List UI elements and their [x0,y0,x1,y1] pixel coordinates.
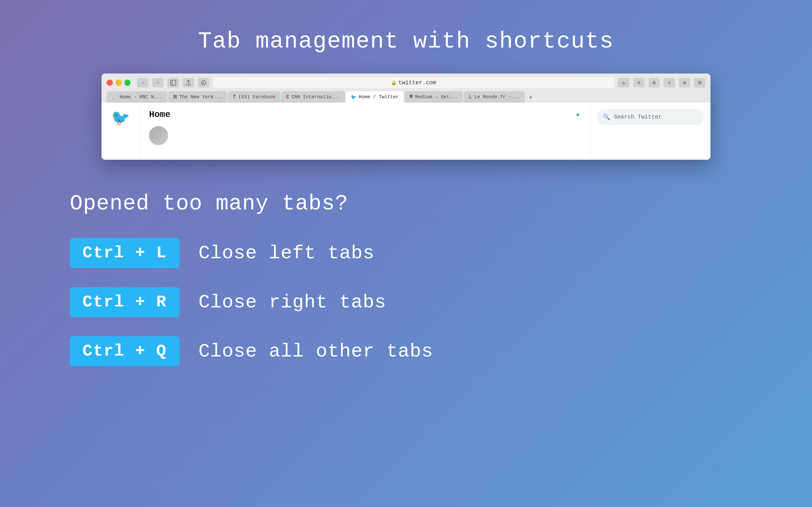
bbc-favicon-icon: 📰 [112,95,117,100]
tab-facebook-label: (63) Facebook [239,95,275,100]
traffic-light-close[interactable] [107,79,113,86]
search-icon: 🔍 [603,113,610,120]
settings-button[interactable]: ⚙ [679,78,690,88]
kbd-ctrl-l: Ctrl + L [70,238,180,268]
extensions-button[interactable]: ⧉ [694,78,705,88]
browser-window: ‹ › ⊞ [101,73,711,160]
nyt-favicon-icon: 𝔑 [173,94,177,100]
tab-nyt[interactable]: 𝔑 The New York... [168,91,227,103]
twitter-sidebar: 🐦 [101,103,140,160]
cnn-favicon-icon: C [287,95,289,100]
shortcut-row-ctrl-l: Ctrl + L Close left tabs [70,238,812,268]
shortcut-ctrl-q-desc: Close all other tabs [199,341,433,362]
tab-lemonde-label: Le Monde.fr -... [474,95,520,100]
twitter-avatar [149,126,168,145]
font-decrease-button[interactable]: A [633,78,645,88]
shortcut-row-ctrl-r: Ctrl + R Close right tabs [70,287,812,317]
tab-cnn[interactable]: C CNN Internatio... [281,91,345,103]
traffic-light-maximize[interactable] [124,79,131,86]
browser-toolbar: ‹ › ⊞ [101,73,711,103]
page-title: Tab management with shortcuts [198,29,614,55]
twitter-home-header: Home ✦ [149,109,580,120]
facebook-favicon-icon: f [233,94,236,100]
lock-icon: 🔒 [391,80,397,86]
svg-rect-0 [171,80,176,85]
tab-overview-button[interactable]: ⊞ [198,78,209,88]
kbd-ctrl-r: Ctrl + R [70,287,180,317]
svg-text:⊞: ⊞ [202,81,204,85]
shortcut-ctrl-l-desc: Close left tabs [199,242,374,264]
tab-medium-label: Medium – Get... [415,95,458,100]
tab-medium[interactable]: M Medium – Get... [404,91,463,103]
address-bar[interactable]: 🔒 twitter.com [213,77,614,88]
tab-bbc[interactable]: 📰 Home - BBC N... [107,91,167,103]
tab-lemonde[interactable]: L Le Monde.fr -... [464,91,525,103]
tab-cnn-label: CNN Internatio... [292,95,340,100]
back-button[interactable]: ‹ [137,78,148,88]
tab-nyt-label: The New York... [179,95,222,100]
downloads-button[interactable]: ⬇ [664,78,675,88]
medium-favicon-icon: M [409,94,413,100]
shortcut-row-ctrl-q: Ctrl + Q Close all other tabs [70,336,812,366]
tab-twitter-label: Home / Twitter [359,95,399,100]
reload-button[interactable]: ↻ [618,78,629,88]
twitter-logo-icon: 🐦 [111,109,130,127]
search-twitter-placeholder: Search Twitter [614,114,662,120]
forward-button[interactable]: › [152,78,164,88]
browser-content: 🐦 Home ✦ 🔍 Search Twitter [101,103,711,160]
bottom-section: Opened too many tabs? Ctrl + L Close lef… [0,191,812,366]
lemonde-favicon-icon: L [469,94,472,100]
twitter-right-panel: 🔍 Search Twitter [590,103,711,160]
subtitle-text: Opened too many tabs? [70,191,812,216]
shortcuts-list: Ctrl + L Close left tabs Ctrl + R Close … [70,238,812,366]
font-increase-button[interactable]: A [648,78,660,88]
twitter-content-row [149,126,580,145]
twitter-search-box[interactable]: 🔍 Search Twitter [597,109,704,125]
share-button[interactable] [183,78,194,88]
address-text: twitter.com [398,79,436,86]
browser-controls-row: ‹ › ⊞ [107,77,705,88]
twitter-home-title: Home [149,110,170,119]
traffic-light-minimize[interactable] [115,79,122,86]
twitter-main: Home ✦ [140,103,590,160]
sidebar-toggle-button[interactable] [167,78,179,88]
twitter-sparkle-icon[interactable]: ✦ [575,109,580,120]
shortcut-ctrl-r-desc: Close right tabs [199,291,386,313]
tab-bbc-label: Home - BBC N... [119,95,162,100]
traffic-lights [107,79,131,86]
tabs-row: 📰 Home - BBC N... 𝔑 The New York... f (6… [107,91,705,103]
tab-twitter[interactable]: 🐦 Home / Twitter [346,91,404,103]
tab-facebook[interactable]: f (63) Facebook [228,91,281,103]
twitter-favicon-icon: 🐦 [351,95,356,100]
add-tab-button[interactable]: + [525,93,536,103]
kbd-ctrl-q: Ctrl + Q [70,336,180,366]
